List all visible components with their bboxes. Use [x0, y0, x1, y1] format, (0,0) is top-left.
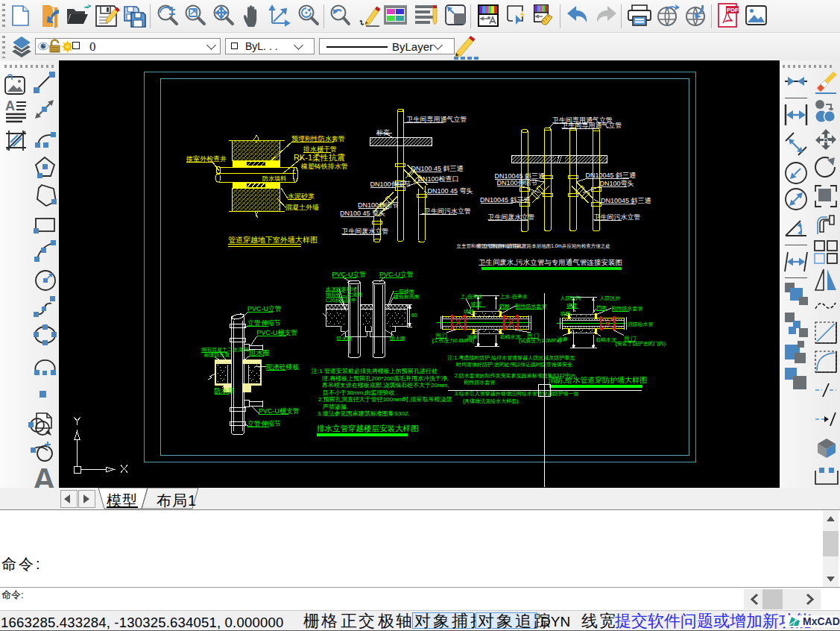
- svg-text:坡度: 坡度: [470, 301, 481, 307]
- svg-text:PVC-U立管: PVC-U立管: [379, 271, 414, 278]
- svg-text:标高: 标高: [376, 129, 390, 136]
- svg-text:防水层: 防水层: [215, 387, 235, 395]
- svg-text:卫生间污水立管: 卫生间污水立管: [423, 207, 471, 215]
- svg-text:石棉水泥: 石棉水泥: [596, 337, 617, 343]
- svg-text:立管伸缩节: 立管伸缩节: [247, 420, 281, 427]
- svg-text:混凝土外墙: 混凝土外墙: [285, 204, 319, 211]
- svg-text:阻水圈: 阻水圈: [250, 349, 270, 357]
- svg-text:注:1.管道安装前必须先将楼板上的预留孔进行处: 注:1.管道安装前必须先将楼板上的预留孔进行处: [311, 368, 438, 374]
- svg-text:防水填料: 防水填料: [262, 175, 286, 182]
- svg-text:注:1.考虑战时防护,给排水管道穿越人防区域及防护单元: 注:1.考虑战时防护,给排水管道穿越人防区域及防护单元: [448, 354, 575, 361]
- svg-text:现浇砼楼板: 现浇砼楼板: [265, 363, 300, 371]
- svg-text:管道穿越地下室外墙大样图: 管道穿越地下室外墙大样图: [228, 236, 318, 244]
- svg-text:PVC-U立管: PVC-U立管: [247, 305, 282, 313]
- svg-text:DN10045 斜三通: DN10045 斜三通: [601, 197, 651, 204]
- svg-text:上水-自来水: 上水-自来水: [500, 294, 528, 300]
- svg-text:嵌缝防水膏: 嵌缝防水膏: [204, 352, 230, 358]
- svg-text:DN10045 斜三通: DN10045 斜三通: [586, 172, 637, 179]
- svg-text:油麻: 油麻: [467, 334, 478, 340]
- svg-text:卫生间污水立管: 卫生间污水立管: [593, 213, 641, 221]
- svg-text:且不小于30mm,由监理验收 .: 且不小于30mm,由监理验收 .: [322, 389, 398, 396]
- svg-text:2.预留孔洞直径大于管径100mm时,须采取吊模浇筑: 2.预留孔洞直径大于管径100mm时,须采取吊模浇筑: [318, 396, 452, 403]
- svg-text:挡圈: 挡圈: [499, 304, 510, 310]
- svg-text:时均需做好防护,密闭处理以保证战时防空掩体安全.: 时均需做好防护,密闭处理以保证战时防空掩体安全.: [456, 361, 574, 368]
- svg-text:挡圈: 挡圈: [596, 305, 607, 311]
- svg-text:人防区外: 人防区外: [600, 295, 621, 301]
- svg-text:卫生间废水立管: 卫生间废水立管: [487, 213, 535, 221]
- svg-text:上-自来水: 上-自来水: [461, 294, 483, 300]
- svg-text:理,将楼板上预留孔200*200凿毛并用水冲洗干净,: 理,将楼板上预留孔200*200凿毛并用水冲洗干净,: [322, 375, 449, 382]
- svg-text:DN100弯头: DN100弯头: [600, 180, 634, 187]
- svg-text:(试验压力1.0MPa): (试验压力1.0MPa): [519, 338, 561, 344]
- svg-text:水泥砂浆: 水泥砂浆: [288, 192, 315, 200]
- svg-text:卫生间専用通气立管: 卫生间専用通气立管: [561, 122, 622, 129]
- svg-text:刚性防水套管: 刚性防水套管: [516, 304, 547, 310]
- svg-text:3.做法参见国家建筑标准图集S302.: 3.做法参见国家建筑标准图集S302.: [318, 410, 410, 417]
- svg-text:DN10045 斜三通: DN10045 斜三通: [495, 172, 546, 180]
- svg-text:接室外检查井: 接室外检查井: [186, 155, 227, 163]
- svg-text:排水立管穿越楼层安装大样图: 排水立管穿越楼层安装大样图: [317, 424, 419, 433]
- svg-text:3.给水引入管穿越外墙做法同给水管道穿越防护墙一致: 3.给水引入管穿越外墙做法同给水管道穿越防护墙一致: [455, 390, 579, 397]
- svg-text:PVC-U横支管: PVC-U横支管: [257, 329, 298, 336]
- svg-text:C20捣实抹平: C20捣实抹平: [326, 298, 356, 304]
- svg-text:(具体做法见给水大样图).: (具体做法见给水大样图).: [463, 398, 520, 404]
- svg-text:注:立管检查口设置高度距本层地面1.0m并应迎向检查方便之处: 注:立管检查口设置高度距本层地面1.0m并应迎向检查方便之处: [477, 243, 610, 249]
- svg-text:填料: 填料: [463, 309, 474, 315]
- svg-text:消防,给水管道穿防护墙大样图: 消防,给水管道穿防护墙大样图: [549, 376, 648, 384]
- svg-text:卫生间废水,污水立管与专用通气管连接安装图: 卫生间废水,污水立管与专用通气管连接安装图: [479, 258, 622, 266]
- svg-text:填料: 填料: [560, 311, 571, 317]
- svg-text:DN100 45 弯头: DN100 45 弯头: [340, 210, 385, 217]
- svg-text:卫生间専用通气立管: 卫生间専用通气立管: [406, 116, 467, 123]
- svg-text:消防给水管: 消防给水管: [628, 321, 654, 327]
- svg-text:卫生间废水立管: 卫生间废水立管: [341, 227, 389, 235]
- svg-text:60: 60: [411, 313, 417, 318]
- svg-text:再吊模支设在楼板底部,浇筑细石砼不大于20mm,: 再吊模支设在楼板底部,浇筑细石砼不大于20mm,: [322, 382, 449, 389]
- svg-text:DN10045 斜三通: DN10045 斜三通: [480, 196, 531, 204]
- svg-text:严禁渗漏.: 严禁渗漏.: [323, 404, 348, 410]
- svg-text:PVC-U立管: PVC-U立管: [332, 271, 367, 278]
- svg-text:DN100检查口: DN100检查口: [418, 175, 459, 183]
- svg-text:DN100 45 弯头: DN100 45 弯头: [428, 187, 473, 195]
- svg-text:立管伸缩节: 立管伸缩节: [247, 319, 281, 327]
- svg-text:建筑标高面: 建筑标高面: [393, 294, 420, 300]
- svg-text:DN100 45 斜三通: DN100 45 斜三通: [411, 165, 464, 172]
- svg-text:DN100伸缩节: DN100伸缩节: [497, 179, 538, 186]
- svg-text:排水横干管: 排水横干管: [303, 145, 337, 153]
- svg-text:人防区内: 人防区内: [560, 295, 581, 301]
- svg-text:PVC-U横支管: PVC-U横支管: [259, 407, 300, 415]
- svg-text:(安装于防护密闭门内): (安装于防护密闭门内): [616, 340, 666, 347]
- svg-text:RK-1柔性抗震: RK-1柔性抗震: [294, 153, 345, 162]
- svg-text:DN100伸缩节: DN100伸缩节: [358, 201, 399, 209]
- svg-text:坡度: 坡度: [566, 303, 577, 309]
- svg-text:刚性防水套管: 刚性防水套管: [612, 306, 643, 312]
- svg-text:刚性防水套管.: 刚性防水套管.: [464, 380, 497, 386]
- svg-text:橡塑铸铁排水管: 橡塑铸铁排水管: [300, 163, 348, 170]
- svg-text:油麻: 油麻: [558, 336, 568, 342]
- svg-text:DN100伸缩节: DN100伸缩节: [370, 180, 411, 188]
- svg-text:预埋刚性防水套管: 预埋刚性防水套管: [291, 135, 345, 142]
